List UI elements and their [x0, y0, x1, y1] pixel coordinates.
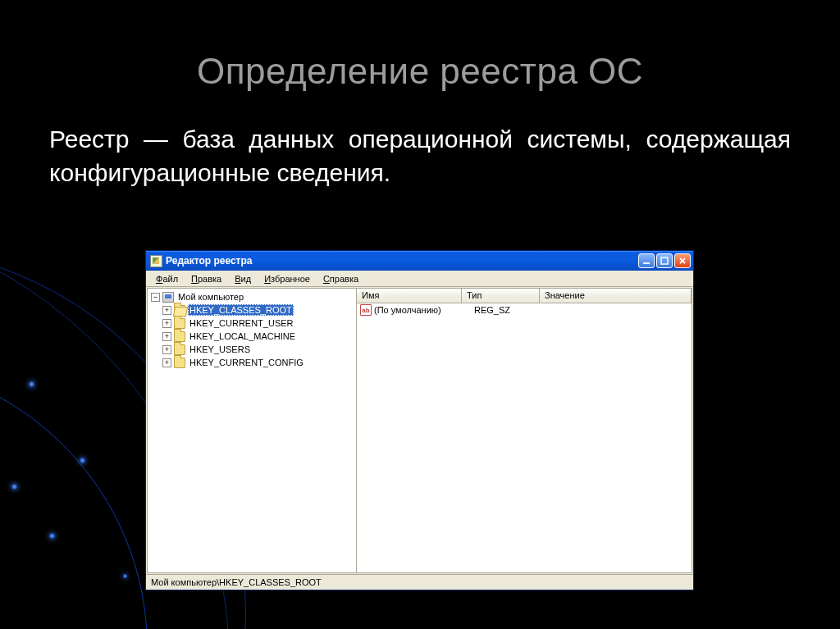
statusbar: Мой компьютер\HKEY_CLASSES_ROOT — [146, 574, 693, 590]
tree-node[interactable]: +HKEY_CURRENT_CONFIG — [149, 356, 356, 369]
regedit-app-icon — [150, 255, 162, 267]
tree-node[interactable]: +HKEY_LOCAL_MACHINE — [149, 330, 356, 343]
menubar: Файл Правка Вид Избранное Справка — [146, 271, 693, 287]
value-name: (По умолчанию) — [374, 305, 474, 315]
expand-icon[interactable]: + — [162, 319, 171, 328]
collapse-icon[interactable]: − — [151, 293, 160, 302]
tree-root-label: Мой компьютер — [176, 291, 245, 303]
folder-icon — [174, 318, 185, 329]
tree-root[interactable]: − Мой компьютер — [149, 290, 356, 303]
tree-node-label: HKEY_USERS — [188, 344, 252, 355]
tree-node[interactable]: +HKEY_USERS — [149, 343, 356, 356]
titlebar[interactable]: Редактор реестра — [146, 251, 693, 271]
menu-edit[interactable]: Правка — [185, 272, 228, 285]
menu-help[interactable]: Справка — [317, 272, 365, 285]
tree-node-label: HKEY_CURRENT_USER — [188, 317, 295, 329]
list-row[interactable]: ab(По умолчанию)REG_SZ — [357, 303, 692, 317]
minimize-button[interactable] — [638, 253, 655, 268]
menu-view[interactable]: Вид — [228, 272, 258, 285]
tree-node-label: HKEY_LOCAL_MACHINE — [188, 330, 297, 342]
list-view[interactable]: Имя Тип Значение ab(По умолчанию)REG_SZ — [357, 289, 692, 572]
tree-node-label: HKEY_CURRENT_CONFIG — [188, 357, 305, 368]
expand-icon[interactable]: + — [162, 306, 171, 315]
string-value-icon: ab — [360, 304, 372, 316]
folder-icon — [174, 358, 185, 368]
expand-icon[interactable]: + — [162, 358, 171, 367]
svg-rect-1 — [661, 258, 668, 264]
tree-node[interactable]: +HKEY_CURRENT_USER — [149, 317, 356, 330]
client-area: − Мой компьютер +HKEY_CLASSES_ROOT+HKEY_… — [147, 288, 692, 573]
list-header: Имя Тип Значение — [357, 289, 692, 303]
svg-rect-0 — [643, 262, 650, 264]
column-type[interactable]: Тип — [462, 289, 540, 303]
slide-body-text: Реестр — база данных операционной систем… — [0, 92, 840, 189]
menu-favorites[interactable]: Избранное — [258, 272, 317, 285]
value-type: REG_SZ — [474, 305, 552, 315]
tree-view[interactable]: − Мой компьютер +HKEY_CLASSES_ROOT+HKEY_… — [148, 289, 357, 572]
expand-icon[interactable]: + — [162, 345, 171, 354]
slide-title: Определение реестра ОС — [0, 0, 840, 92]
close-button[interactable] — [674, 253, 691, 268]
computer-icon — [162, 292, 174, 303]
column-name[interactable]: Имя — [357, 289, 462, 303]
tree-node-label: HKEY_CLASSES_ROOT — [188, 304, 294, 316]
folder-icon — [174, 331, 185, 342]
folder-icon — [174, 344, 185, 355]
regedit-window: Редактор реестра Файл Правка Вид Избранн… — [145, 250, 694, 590]
window-title: Редактор реестра — [166, 255, 252, 267]
tree-node[interactable]: +HKEY_CLASSES_ROOT — [149, 303, 356, 317]
maximize-button[interactable] — [656, 253, 673, 268]
folder-open-icon — [174, 305, 185, 316]
menu-file[interactable]: Файл — [149, 272, 185, 285]
expand-icon[interactable]: + — [162, 332, 171, 341]
column-value[interactable]: Значение — [540, 289, 692, 303]
